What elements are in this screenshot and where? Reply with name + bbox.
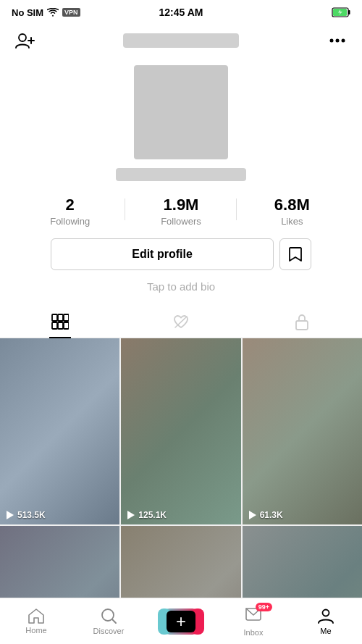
view-count-1: 513.5K xyxy=(4,510,46,520)
following-count: 2 xyxy=(66,196,75,214)
tab-liked[interactable] xyxy=(121,306,242,338)
video-thumb-3[interactable]: 61.3K xyxy=(243,338,362,524)
play-icon-1 xyxy=(4,510,14,520)
svg-point-6 xyxy=(330,39,334,43)
top-actions-bar xyxy=(0,23,362,58)
avatar xyxy=(134,65,228,159)
inbox-badge: 99+ xyxy=(256,603,272,611)
nav-me[interactable]: Me xyxy=(290,607,362,635)
home-label: Home xyxy=(25,626,46,635)
me-icon xyxy=(317,607,334,624)
status-left: No SIM VPN xyxy=(12,7,80,18)
profile-section: 2 Following 1.9M Followers 6.8M Likes Ed… xyxy=(0,58,362,306)
svg-rect-1 xyxy=(348,10,350,14)
bottom-nav: Home Discover + 99+ Inbox Me xyxy=(0,598,362,644)
followers-label: Followers xyxy=(161,216,201,227)
username-placeholder xyxy=(123,33,239,48)
more-icon xyxy=(329,38,345,43)
svg-marker-17 xyxy=(7,511,14,519)
following-stat[interactable]: 2 Following xyxy=(14,196,125,227)
video-thumb-2[interactable]: 125.1K xyxy=(121,338,240,524)
create-button[interactable]: + xyxy=(162,609,200,635)
discover-label: Discover xyxy=(93,627,125,635)
likes-count: 6.8M xyxy=(274,196,310,214)
followers-count: 1.9M xyxy=(164,196,199,214)
add-user-icon xyxy=(14,30,35,51)
liked-tab-icon xyxy=(172,314,190,330)
followers-stat[interactable]: 1.9M Followers xyxy=(125,196,236,227)
battery-icon xyxy=(332,7,350,17)
add-user-button[interactable] xyxy=(12,28,38,54)
content-area: 2 Following 1.9M Followers 6.8M Likes Ed… xyxy=(0,58,362,644)
videos-tab-icon xyxy=(51,314,69,330)
tab-videos[interactable] xyxy=(0,306,121,338)
status-right xyxy=(332,7,350,17)
bookmark-button[interactable] xyxy=(279,238,311,270)
play-icon-3 xyxy=(247,510,257,520)
nav-discover[interactable]: Discover xyxy=(72,607,145,635)
following-label: Following xyxy=(50,216,90,227)
svg-rect-14 xyxy=(64,322,69,329)
svg-rect-16 xyxy=(296,321,308,330)
nav-home[interactable]: Home xyxy=(0,608,72,635)
svg-line-21 xyxy=(112,619,116,623)
svg-point-22 xyxy=(323,610,329,616)
carrier-text: No SIM xyxy=(12,7,43,18)
svg-point-8 xyxy=(342,39,345,43)
vpn-badge: VPN xyxy=(62,8,80,17)
svg-rect-13 xyxy=(58,322,63,329)
display-name-placeholder xyxy=(116,168,246,181)
bio-text[interactable]: Tap to add bio xyxy=(147,280,215,293)
plus-icon: + xyxy=(167,611,195,632)
nav-inbox[interactable]: 99+ Inbox xyxy=(217,606,290,637)
svg-rect-12 xyxy=(52,322,57,329)
svg-point-3 xyxy=(19,34,26,41)
likes-stat[interactable]: 6.8M Likes xyxy=(237,196,348,227)
play-icon-2 xyxy=(125,510,135,520)
time-display: 12:45 AM xyxy=(159,7,203,18)
status-bar: No SIM VPN 12:45 AM xyxy=(0,0,362,23)
private-tab-icon xyxy=(294,313,310,330)
username-area xyxy=(38,33,324,48)
svg-rect-9 xyxy=(52,314,57,321)
bookmark-icon xyxy=(288,246,303,262)
nav-create[interactable]: + xyxy=(145,609,217,635)
stats-row: 2 Following 1.9M Followers 6.8M Likes xyxy=(14,196,348,227)
svg-marker-18 xyxy=(127,511,135,519)
svg-marker-19 xyxy=(249,511,256,519)
edit-profile-button[interactable]: Edit profile xyxy=(51,238,274,270)
discover-icon xyxy=(100,607,117,624)
more-options-button[interactable] xyxy=(324,28,350,54)
content-tabs xyxy=(0,306,362,338)
likes-label: Likes xyxy=(281,216,303,227)
view-count-2: 125.1K xyxy=(125,510,167,520)
wifi-icon xyxy=(47,8,59,17)
inbox-label: Inbox xyxy=(244,628,264,637)
home-icon xyxy=(28,608,45,624)
svg-rect-10 xyxy=(58,314,63,321)
me-label: Me xyxy=(320,627,331,635)
tab-private[interactable] xyxy=(241,306,362,338)
svg-rect-11 xyxy=(64,314,69,321)
view-count-3: 61.3K xyxy=(247,510,283,520)
svg-point-7 xyxy=(336,39,340,43)
action-buttons: Edit profile xyxy=(51,238,311,270)
video-thumb-1[interactable]: 513.5K xyxy=(0,338,119,524)
